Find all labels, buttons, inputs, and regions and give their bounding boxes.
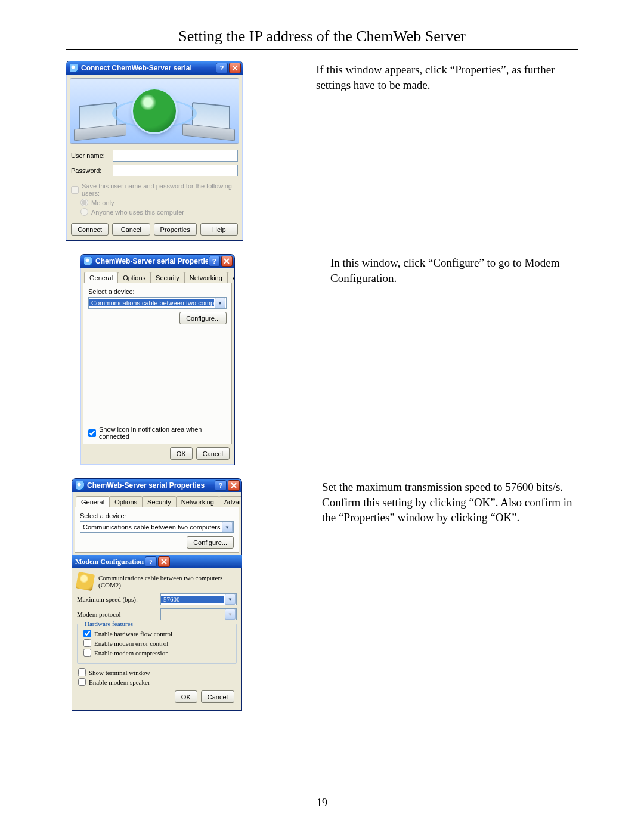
- help-title-button[interactable]: ?: [215, 480, 227, 491]
- tab-bar: General Options Security Networking Adva…: [84, 271, 231, 283]
- modem-config-title: Modem Configuration: [75, 558, 144, 566]
- hw-compression-label: Enable modem compression: [94, 649, 169, 657]
- username-input[interactable]: [113, 150, 238, 162]
- close-title-button[interactable]: [158, 556, 170, 567]
- device-combobox[interactable]: Communications cable between two compute…: [80, 521, 234, 533]
- modem-config-titlebar: Modem Configuration ?: [72, 555, 242, 568]
- section1-caption: If this window appears, click “Propertie…: [316, 61, 578, 92]
- username-label: User name:: [71, 152, 113, 159]
- ok-button[interactable]: OK: [175, 690, 197, 703]
- modem-icon: [76, 572, 95, 591]
- configure-button[interactable]: Configure...: [179, 312, 227, 324]
- tab-options[interactable]: Options: [117, 272, 151, 283]
- tab-advanced[interactable]: Advanced: [227, 272, 235, 283]
- help-button[interactable]: Help: [200, 223, 238, 236]
- page-number: 19: [0, 797, 644, 809]
- connect-button[interactable]: Connect: [71, 223, 109, 236]
- close-title-button[interactable]: [221, 256, 233, 267]
- save-password-checkbox[interactable]: [71, 186, 79, 194]
- properties-window-3: ChemWeb-Server serial Properties ? Gener…: [72, 478, 242, 555]
- window-title: ChemWeb-Server serial Properties: [87, 481, 213, 490]
- tab-advanced[interactable]: Advanced: [219, 496, 242, 507]
- device-value: Communications cable between two compute…: [89, 299, 214, 306]
- hardware-features-group: Hardware features Enable hardware flow c…: [77, 624, 237, 664]
- tab-security[interactable]: Security: [150, 272, 185, 283]
- tab-security[interactable]: Security: [142, 496, 177, 507]
- hardware-features-legend: Hardware features: [82, 620, 135, 627]
- show-icon-checkbox[interactable]: [88, 429, 96, 437]
- hw-compression-checkbox[interactable]: [83, 649, 91, 657]
- configure-button[interactable]: Configure...: [187, 536, 234, 549]
- enable-speaker-checkbox[interactable]: [78, 678, 86, 686]
- close-title-button[interactable]: [228, 480, 240, 491]
- max-speed-label: Maximum speed (bps):: [77, 596, 160, 603]
- properties-window: ChemWeb-Server serial Properties ? Gener…: [80, 254, 235, 465]
- cancel-button[interactable]: Cancel: [201, 690, 234, 703]
- show-terminal-checkbox[interactable]: [78, 668, 86, 676]
- modem-protocol-combobox: ▼: [160, 608, 237, 620]
- tab-networking[interactable]: Networking: [176, 496, 219, 507]
- enable-speaker-label: Enable modem speaker: [89, 679, 150, 686]
- max-speed-value: 57600: [161, 596, 224, 603]
- max-speed-combobox[interactable]: 57600 ▼: [160, 593, 237, 605]
- hw-error-label: Enable modem error control: [94, 640, 168, 647]
- connection-hero-image: [70, 78, 239, 144]
- hw-flow-checkbox[interactable]: [83, 630, 91, 637]
- cancel-button[interactable]: Cancel: [112, 223, 150, 236]
- show-icon-label: Show icon in notification area when conn…: [99, 426, 227, 440]
- device-label: Select a device:: [80, 512, 234, 519]
- chevron-down-icon[interactable]: ▼: [222, 522, 233, 532]
- anyone-label: Anyone who uses this computer: [91, 209, 184, 216]
- hw-flow-label: Enable hardware flow control: [94, 630, 172, 637]
- hw-error-checkbox[interactable]: [83, 639, 91, 647]
- tab-general[interactable]: General: [84, 272, 118, 283]
- show-terminal-label: Show terminal window: [89, 669, 150, 676]
- chevron-down-icon: ▼: [225, 609, 236, 620]
- tab-networking[interactable]: Networking: [184, 272, 228, 283]
- tab-general[interactable]: General: [76, 496, 110, 507]
- properties-button[interactable]: Properties: [154, 223, 197, 236]
- device-value: Communications cable between two compute…: [80, 524, 221, 531]
- password-label: Password:: [71, 167, 113, 174]
- save-password-label: Save this user name and password for the…: [82, 182, 238, 197]
- chevron-down-icon[interactable]: ▼: [215, 298, 225, 308]
- section3-caption: Set the maximum transmission speed to 57…: [322, 478, 578, 525]
- password-input[interactable]: [113, 165, 238, 176]
- tab-options[interactable]: Options: [109, 496, 143, 507]
- close-title-button[interactable]: [229, 63, 241, 73]
- device-combobox[interactable]: Communications cable between two compute…: [88, 297, 227, 309]
- modem-protocol-label: Modem protocol: [77, 611, 160, 618]
- modem-config-body: Communications cable between two compute…: [72, 568, 242, 711]
- title-rule: [66, 49, 578, 50]
- connect-window: Connect ChemWeb-Server serial ? User na: [66, 61, 243, 241]
- app-icon: [76, 481, 84, 490]
- me-only-label: Me only: [91, 199, 114, 206]
- modem-device-label: Communications cable between two compute…: [98, 574, 237, 589]
- section2-caption: In this window, click “Configure” to go …: [330, 254, 578, 286]
- me-only-radio[interactable]: [80, 199, 88, 206]
- window-title: Connect ChemWeb-Server serial: [81, 64, 215, 72]
- anyone-radio[interactable]: [80, 208, 88, 216]
- chevron-down-icon[interactable]: ▼: [225, 594, 236, 605]
- device-label: Select a device:: [88, 288, 227, 295]
- app-icon: [70, 64, 78, 72]
- help-title-button[interactable]: ?: [209, 256, 220, 267]
- help-title-button[interactable]: ?: [216, 63, 228, 73]
- ok-button[interactable]: OK: [170, 447, 193, 460]
- help-title-button[interactable]: ?: [145, 556, 157, 567]
- page-title: Setting the IP address of the ChemWeb Se…: [66, 27, 578, 45]
- app-icon: [84, 257, 92, 265]
- cancel-button[interactable]: Cancel: [196, 447, 230, 460]
- window-title: ChemWeb-Server serial Properties: [95, 257, 208, 265]
- tab-bar: General Options Security Networking Adva…: [76, 496, 238, 507]
